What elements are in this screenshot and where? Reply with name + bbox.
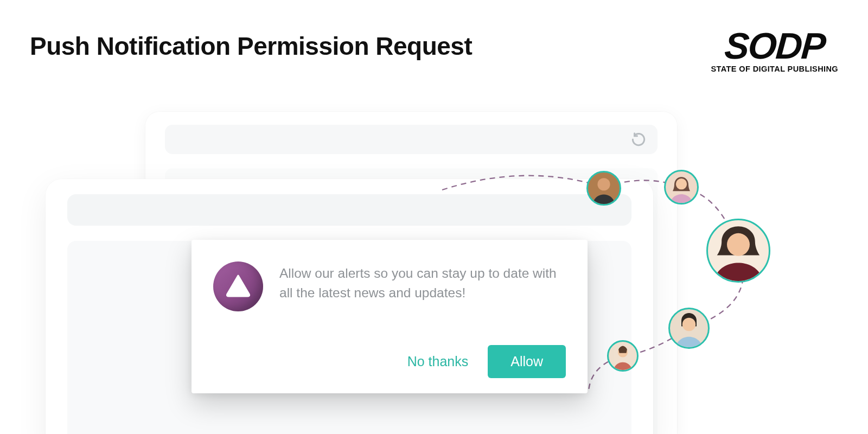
avatar bbox=[706, 219, 770, 283]
svg-point-3 bbox=[682, 318, 696, 331]
svg-point-0 bbox=[597, 178, 610, 190]
avatar bbox=[668, 308, 710, 349]
address-bar-front bbox=[67, 194, 631, 226]
svg-point-2 bbox=[727, 233, 750, 256]
avatar bbox=[586, 171, 621, 206]
decline-button[interactable]: No thanks bbox=[407, 354, 469, 369]
refresh-icon bbox=[630, 131, 647, 148]
triangle-up-icon bbox=[213, 261, 263, 311]
svg-point-1 bbox=[676, 178, 687, 189]
page-title: Push Notification Permission Request bbox=[30, 31, 472, 61]
brand-name: SODP bbox=[710, 29, 839, 62]
address-bar-back bbox=[165, 125, 658, 154]
brand-logo: SODP STATE OF DIGITAL PUBLISHING bbox=[711, 29, 838, 73]
dialog-message: Allow our alerts so you can stay up to d… bbox=[279, 258, 566, 303]
allow-button[interactable]: Allow bbox=[488, 345, 566, 378]
avatar bbox=[607, 340, 639, 372]
avatar bbox=[664, 170, 699, 205]
permission-dialog: Allow our alerts so you can stay up to d… bbox=[192, 240, 588, 393]
